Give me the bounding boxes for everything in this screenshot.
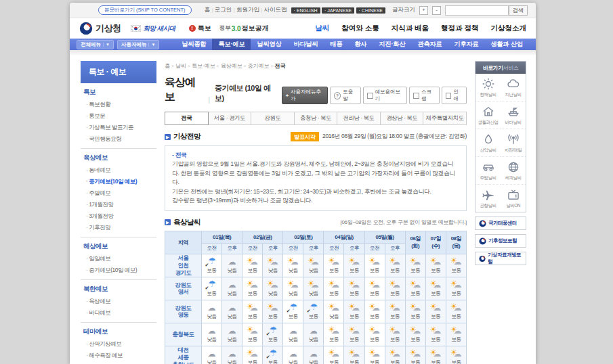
- utility-link-0[interactable]: 홈: [205, 6, 212, 13]
- gnb-item-8[interactable]: 기후자료: [448, 39, 484, 50]
- quick-item-0[interactable]: 현재날씨: [475, 74, 501, 101]
- header-nav-item-3[interactable]: 행정과 정책: [441, 24, 478, 33]
- reliability-label: 보통: [324, 336, 343, 343]
- breadcrumb-item-0[interactable]: 홈: [165, 63, 170, 69]
- gnb-item-2[interactable]: 날씨영상: [251, 39, 287, 50]
- action-button-4[interactable]: 인쇄: [442, 87, 467, 104]
- search-button[interactable]: 검색: [509, 5, 528, 16]
- user-menu-button[interactable]: 사용자메뉴 ▼: [117, 40, 159, 49]
- breadcrumb-item-5[interactable]: 전국: [275, 63, 286, 69]
- sidebar-group-title-4[interactable]: 테마예보: [82, 325, 155, 338]
- sidebar-item-4-0[interactable]: 산악기상예보: [82, 338, 155, 350]
- header-nav-item-1[interactable]: 참여와 소통: [341, 24, 379, 33]
- fontsize-increase-button[interactable]: +: [419, 6, 428, 15]
- search-input[interactable]: [445, 5, 509, 16]
- tab-region-4[interactable]: 전라남 · 북도: [337, 112, 381, 125]
- sidebar-group-title-0[interactable]: 특보: [82, 86, 155, 99]
- gnb-item-4[interactable]: 태풍: [324, 39, 348, 50]
- language-link-2[interactable]: · CHINESE: [356, 7, 385, 14]
- warning-shortcut[interactable]: ! 특보: [189, 24, 211, 33]
- quick-item-2[interactable]: 생활과산업: [475, 101, 501, 129]
- sidebar-item-1-1[interactable]: 중기예보(10일 예보): [82, 176, 155, 187]
- ship-icon: [507, 105, 520, 118]
- weather-cell: ☁낮음: [202, 323, 222, 346]
- language-link-0[interactable]: · ENGLISH: [291, 7, 320, 14]
- gnb-item-5[interactable]: 황사: [348, 39, 373, 50]
- tab-region-1[interactable]: 서울 · 경기도: [209, 112, 252, 125]
- sidebar-item-0-1[interactable]: 통보문: [82, 110, 155, 122]
- breadcrumb-item-3[interactable]: 육상예보: [221, 63, 242, 69]
- gnb-item-3[interactable]: 바다날씨: [287, 39, 324, 50]
- reliability-label: 보통: [426, 336, 446, 343]
- quick-banner-2[interactable]: 기상자료개방포털: [475, 252, 526, 265]
- sidebar-item-1-3[interactable]: 1개월전망: [82, 199, 155, 210]
- fontsize-decrease-button[interactable]: -: [432, 6, 441, 15]
- land-weather-note: [06일~08일은 오전, 오후 구분 없이 일별로 예보합니다.]: [341, 219, 467, 226]
- sidebar-item-0-3[interactable]: 국민행동요령: [82, 133, 155, 145]
- sidebar-item-1-5[interactable]: 기후전망: [82, 222, 155, 233]
- all-menu-button[interactable]: 전체메뉴 ▼: [77, 40, 114, 49]
- breadcrumb-item-4[interactable]: 중기예보: [248, 63, 270, 69]
- skip-to-content-link[interactable]: 본문바로가기 (SKIP TO CONTENT): [98, 5, 192, 15]
- action-button-0[interactable]: +사용자메뉴추가: [282, 87, 328, 104]
- language-link-1[interactable]: · JAPANESE: [322, 7, 354, 14]
- tab-region-0[interactable]: 전국: [165, 112, 209, 125]
- sidebar-item-4-2[interactable]: 지역별기상정보: [82, 361, 155, 364]
- gnb-item-0[interactable]: 날씨종합: [175, 39, 212, 50]
- tab-region-3[interactable]: 충청남 · 북도: [295, 112, 338, 125]
- sidebar-item-4-1[interactable]: 해수욕장 예보: [82, 350, 155, 361]
- gnb-item-9[interactable]: 생활과 산업: [484, 39, 529, 50]
- breadcrumb-item-1[interactable]: 날씨: [175, 63, 186, 69]
- weather-icon-partly: ☀☁: [365, 349, 385, 359]
- action-button-1[interactable]: ?도움말: [330, 87, 361, 104]
- sidebar-group-title-3[interactable]: 북한예보: [82, 283, 155, 296]
- gov30-label: 정보공개: [242, 24, 269, 33]
- utility-link-3[interactable]: 사이트맵: [262, 6, 287, 13]
- tab-region-6[interactable]: 제주특별자치도: [423, 112, 467, 125]
- quick-item-4[interactable]: 산악날씨: [475, 129, 501, 157]
- sidebar-item-0-2[interactable]: 기상특보 발표기준: [82, 122, 155, 133]
- weather-icon-rain: ☂✔: [202, 257, 221, 267]
- gnb-item-7[interactable]: 관측자료: [411, 39, 448, 50]
- sidebar-item-2-1[interactable]: 중기예보(10일 예보): [82, 265, 155, 276]
- rain-umbrella-glyph: ☂: [209, 279, 217, 289]
- quick-item-7[interactable]: 세계날씨: [501, 157, 526, 185]
- sidebar-item-3-0[interactable]: 육상예보: [82, 296, 155, 307]
- cloud-glyph: ☁: [311, 257, 319, 267]
- quick-banner-1[interactable]: 기후정보포털: [475, 234, 526, 248]
- gnb-item-6[interactable]: 지진·화산: [373, 39, 411, 50]
- table-header-day-2: 03일(토): [283, 231, 324, 243]
- utility-link-1[interactable]: 로그인: [213, 6, 234, 13]
- reliability-label: 낮음: [283, 267, 303, 274]
- sidebar-item-1-2[interactable]: 주말예보: [82, 187, 155, 199]
- sidebar-item-3-1[interactable]: 바다예보: [82, 307, 155, 319]
- sidebar-group-title-1[interactable]: 육상예보: [82, 152, 155, 164]
- gnb-item-1[interactable]: 특보·예보: [212, 39, 251, 50]
- header-nav-item-2[interactable]: 지식과 배움: [392, 24, 429, 33]
- quick-item-9[interactable]: 날씨ON: [501, 185, 526, 212]
- action-button-2[interactable]: 예보용어보기: [363, 87, 407, 104]
- header-nav-item-0[interactable]: 날씨: [315, 24, 329, 33]
- quick-item-label: 산악날씨: [475, 147, 501, 154]
- breadcrumb-item-2[interactable]: 특보·예보: [192, 63, 215, 69]
- sidebar-item-1-0[interactable]: 동네예보: [82, 164, 155, 176]
- quick-item-3[interactable]: 바다날씨: [501, 101, 526, 129]
- tab-region-5[interactable]: 경상남 · 북도: [381, 112, 424, 125]
- action-button-3[interactable]: 스크랩: [409, 87, 439, 104]
- kma-logo[interactable]: 기상청: [79, 22, 121, 35]
- gov30-shortcut[interactable]: 정부 3.0 정보공개: [219, 24, 269, 33]
- quick-banner-0[interactable]: 국가태풍센터: [475, 217, 526, 230]
- sidebar-item-0-0[interactable]: 특보현황: [82, 99, 155, 110]
- quick-item-1[interactable]: 지난날씨: [501, 74, 526, 101]
- tab-region-2[interactable]: 강원도: [251, 112, 295, 125]
- sidebar-group-title-2[interactable]: 해상예보: [82, 240, 155, 253]
- quick-item-5[interactable]: 지진/해일: [501, 129, 526, 157]
- quick-item-8[interactable]: 공항날씨: [475, 185, 501, 212]
- header-nav-item-4[interactable]: 기상청소개: [491, 24, 527, 33]
- utility-link-2[interactable]: 회원가입: [235, 6, 261, 13]
- plus-icon: +: [286, 93, 289, 99]
- sidebar-item-1-4[interactable]: 3개월전망: [82, 210, 155, 222]
- sidebar-item-2-0[interactable]: 일일예보: [82, 253, 155, 265]
- quick-item-6[interactable]: 주말날씨: [475, 157, 501, 185]
- quick-banner-label: 기후정보포털: [488, 237, 517, 244]
